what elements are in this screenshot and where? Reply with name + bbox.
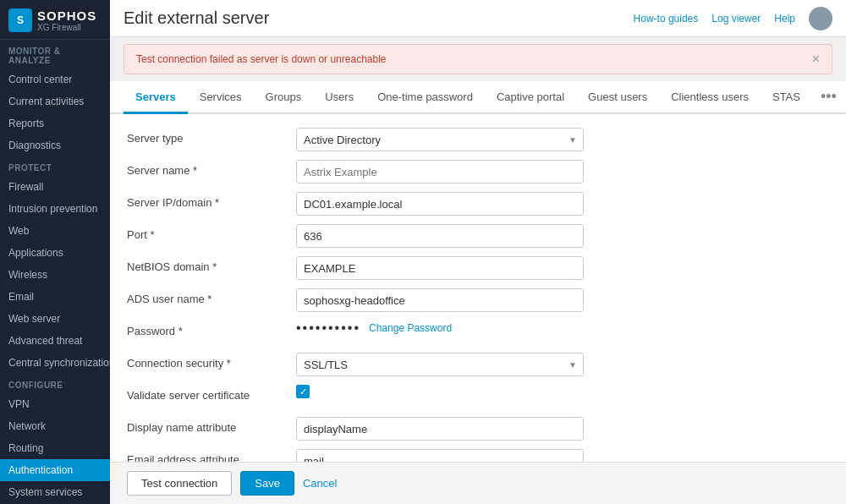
password-label: Password *	[127, 320, 296, 337]
port-field[interactable]	[296, 224, 584, 248]
sidebar-item-reports[interactable]: Reports	[0, 112, 110, 134]
sidebar-item-diagnostics[interactable]: Diagnostics	[0, 134, 110, 156]
tab-stas[interactable]: STAS	[761, 82, 812, 114]
email-attr-field[interactable]	[296, 449, 584, 462]
sidebar-item-applications[interactable]: Applications	[0, 242, 110, 264]
tab-guest-users[interactable]: Guest users	[576, 82, 659, 114]
server-ip-row: Server IP/domain *	[127, 192, 829, 216]
sophos-logo-text: SOPHOS	[37, 8, 96, 23]
topbar-links: How-to guides Log viewer Help	[634, 7, 832, 30]
sidebar-item-intrusion-prevention[interactable]: Intrusion prevention	[0, 198, 110, 220]
footer-bar: Test connection Save Cancel	[110, 462, 846, 504]
display-name-field[interactable]	[296, 417, 584, 441]
sidebar-section-monitor: Monitor & Analyze	[0, 40, 110, 68]
netbios-field[interactable]	[296, 256, 584, 280]
sidebar-item-routing[interactable]: Routing	[0, 437, 110, 459]
main-content: Edit external server How-to guides Log v…	[110, 0, 846, 504]
display-name-row: Display name attribute	[127, 417, 829, 441]
sidebar-item-web-server[interactable]: Web server	[0, 308, 110, 330]
server-type-field[interactable]: Active Directory LDAP RADIUS TACACS+ ▼	[296, 128, 584, 151]
password-field: •••••••••• Change Password	[296, 320, 584, 336]
server-type-row: Server type Active Directory LDAP RADIUS…	[127, 128, 829, 151]
netbios-label: NetBIOS domain *	[127, 256, 296, 273]
validate-cert-field: ✓	[296, 385, 584, 398]
port-input[interactable]	[296, 224, 584, 248]
tab-services[interactable]: Services	[188, 82, 254, 114]
connection-security-field[interactable]: SSL/TLS TLS None ▼	[296, 353, 584, 376]
display-name-input[interactable]	[296, 417, 584, 441]
server-ip-label: Server IP/domain *	[127, 192, 296, 209]
sidebar-item-wireless[interactable]: Wireless	[0, 264, 110, 286]
change-password-link[interactable]: Change Password	[369, 322, 452, 334]
tab-clientless-users[interactable]: Clientless users	[659, 82, 761, 114]
save-button[interactable]: Save	[240, 471, 294, 496]
sidebar-item-email[interactable]: Email	[0, 286, 110, 308]
tab-servers[interactable]: Servers	[124, 82, 188, 114]
server-name-row: Server name *	[127, 160, 829, 184]
cancel-button[interactable]: Cancel	[303, 472, 337, 495]
password-dots: ••••••••••	[296, 320, 360, 336]
error-message: Test connection failed as server is down…	[136, 53, 387, 65]
port-label: Port *	[127, 224, 296, 241]
help-link[interactable]: Help	[774, 13, 795, 25]
sidebar-section-protect: Protect	[0, 156, 110, 176]
error-banner: Test connection failed as server is down…	[124, 44, 832, 74]
port-row: Port *	[127, 224, 829, 248]
validate-cert-label: Validate server certificate	[127, 385, 296, 402]
ads-user-label: ADS user name *	[127, 288, 296, 305]
sidebar-logo: S SOPHOS XG Firewall	[0, 0, 110, 40]
validate-cert-checkbox[interactable]: ✓	[296, 385, 310, 398]
password-row: Password * •••••••••• Change Password	[127, 320, 829, 344]
tab-users[interactable]: Users	[313, 82, 365, 114]
sidebar-item-firewall[interactable]: Firewall	[0, 176, 110, 198]
connection-security-row: Connection security * SSL/TLS TLS None ▼	[127, 353, 829, 376]
user-avatar[interactable]	[809, 7, 832, 30]
server-name-input[interactable]	[296, 160, 584, 184]
tabs-more-button[interactable]: •••	[816, 81, 842, 112]
tab-captive-portal[interactable]: Captive portal	[485, 82, 576, 114]
sophos-logo-sub: XG Firewall	[37, 23, 96, 32]
server-name-label: Server name *	[127, 160, 296, 177]
server-type-label: Server type	[127, 128, 296, 145]
sidebar-item-authentication[interactable]: Authentication	[0, 459, 110, 481]
email-attr-input[interactable]	[296, 449, 584, 462]
email-attr-row: Email address attribute	[127, 449, 829, 462]
validate-cert-row: Validate server certificate ✓	[127, 385, 829, 408]
sophos-icon: S	[8, 8, 32, 32]
server-ip-input[interactable]	[296, 192, 584, 216]
sidebar-item-current-activities[interactable]: Current activities	[0, 90, 110, 112]
sidebar-item-web[interactable]: Web	[0, 220, 110, 242]
sidebar-item-control-center[interactable]: Control center	[0, 68, 110, 90]
ads-user-field[interactable]	[296, 288, 584, 312]
test-connection-button[interactable]: Test connection	[127, 471, 232, 496]
connection-security-select[interactable]: SSL/TLS TLS None	[296, 353, 584, 376]
log-viewer-link[interactable]: Log viewer	[711, 13, 761, 25]
tab-one-time-password[interactable]: One-time password	[365, 82, 485, 114]
sidebar-item-vpn[interactable]: VPN	[0, 393, 110, 415]
server-name-field[interactable]	[296, 160, 584, 184]
server-ip-field[interactable]	[296, 192, 584, 216]
server-type-select[interactable]: Active Directory LDAP RADIUS TACACS+	[296, 128, 584, 151]
connection-security-label: Connection security *	[127, 353, 296, 370]
sidebar: S SOPHOS XG Firewall Monitor & Analyze C…	[0, 0, 110, 504]
sidebar-item-system-services[interactable]: System services	[0, 481, 110, 503]
tabs-bar: Servers Services Groups Users One-time p…	[110, 81, 846, 114]
error-close-button[interactable]: ×	[812, 52, 820, 67]
sidebar-item-advanced-threat[interactable]: Advanced threat	[0, 330, 110, 352]
display-name-label: Display name attribute	[127, 417, 296, 434]
sidebar-item-central-sync[interactable]: Central synchronization	[0, 352, 110, 374]
ads-user-row: ADS user name *	[127, 288, 829, 312]
topbar: Edit external server How-to guides Log v…	[110, 0, 846, 37]
tab-groups[interactable]: Groups	[254, 82, 314, 114]
ads-user-input[interactable]	[296, 288, 584, 312]
email-attr-label: Email address attribute	[127, 449, 296, 462]
netbios-row: NetBIOS domain *	[127, 256, 829, 280]
page-title: Edit external server	[124, 8, 269, 28]
form-area: Server type Active Directory LDAP RADIUS…	[110, 114, 846, 462]
netbios-input[interactable]	[296, 256, 584, 280]
sidebar-section-configure: Configure	[0, 374, 110, 393]
how-to-guides-link[interactable]: How-to guides	[634, 13, 699, 25]
sidebar-item-network[interactable]: Network	[0, 415, 110, 437]
